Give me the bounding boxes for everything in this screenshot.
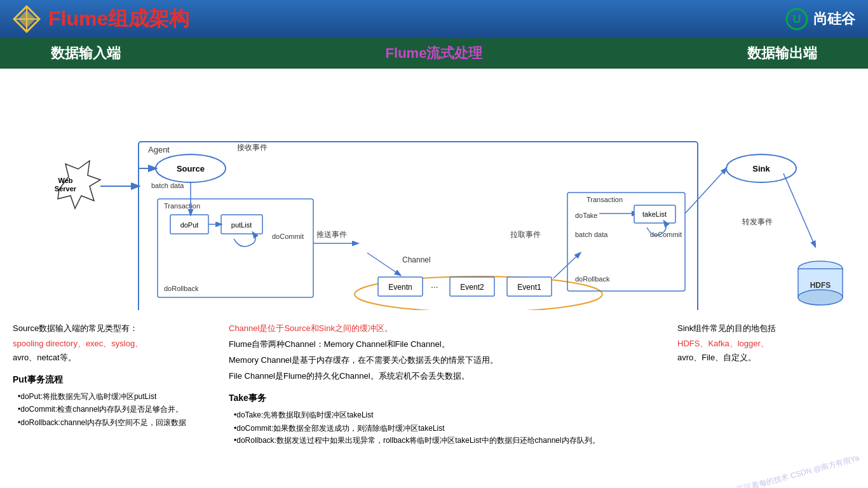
svg-text:batch data: batch data xyxy=(575,231,608,238)
brand-icon: U xyxy=(785,8,808,30)
put-line3: •doRollback:channel内存队列空间不足，回滚数据 xyxy=(18,416,216,429)
svg-text:putList: putList xyxy=(231,221,252,229)
header-left: Flume组成架构 xyxy=(13,5,189,33)
svg-text:batch data: batch data xyxy=(151,182,184,189)
put-line1: •doPut:将批数据先写入临时缓冲区putList xyxy=(18,390,216,403)
middle-line4: File Channel是Flume的持久化Channel。系统宕机不会丢失数据… xyxy=(229,369,665,383)
put-title: Put事务流程 xyxy=(13,372,216,388)
svg-text:Channel: Channel xyxy=(402,255,431,264)
left-red: spooling directory、exec、syslog、 xyxy=(13,337,216,351)
take-title: Take事务 xyxy=(229,391,665,406)
page-title: Flume组成架构 xyxy=(48,5,189,33)
svg-text:takeList: takeList xyxy=(642,210,667,218)
svg-text:U: U xyxy=(793,13,801,25)
svg-text:Sink: Sink xyxy=(752,164,770,173)
svg-line-52 xyxy=(685,168,726,214)
take-line3: •doRollback:数据发送过程中如果出现异常，rollback将临时缓冲区… xyxy=(234,435,665,446)
svg-text:Transaction: Transaction xyxy=(164,202,200,210)
svg-text:Source: Source xyxy=(177,164,205,173)
svg-text:接收事件: 接收事件 xyxy=(237,143,268,152)
svg-text:doCommit: doCommit xyxy=(272,233,304,240)
svg-text:拉取事件: 拉取事件 xyxy=(510,230,541,239)
svg-text:Web: Web xyxy=(58,177,72,184)
left-black: avro、netcat等。 xyxy=(13,351,216,365)
svg-text:Event1: Event1 xyxy=(517,283,541,292)
subheader: 数据输入端 Flume流式处理 数据输出端 xyxy=(0,38,868,69)
svg-text:Event2: Event2 xyxy=(460,283,484,292)
svg-text:HDFS: HDFS xyxy=(810,281,831,290)
web-server-group: Web Server xyxy=(55,161,100,208)
svg-text:···: ··· xyxy=(431,281,438,292)
svg-rect-17 xyxy=(158,199,313,297)
svg-text:Server: Server xyxy=(55,185,77,193)
subheader-center: Flume流式处理 xyxy=(386,44,483,63)
middle-line3: Memory Channel是基于内存缓存，在不需要关心数据丢失的情景下适用。 xyxy=(229,353,665,367)
subheader-left: 数据输入端 xyxy=(51,44,121,63)
right-title: Sink组件常见的目的地包括 xyxy=(677,322,855,336)
svg-line-54 xyxy=(783,173,815,247)
diagram-area: Web Server Agent Source 接收事件 batch data … xyxy=(0,69,868,316)
architecture-diagram: Web Server Agent Source 接收事件 batch data … xyxy=(13,75,855,310)
left-column: Source数据输入端的常见类型有： spooling directory、ex… xyxy=(13,322,216,487)
left-title: Source数据输入端的常见类型有： xyxy=(13,322,216,336)
svg-text:Transaction: Transaction xyxy=(587,196,623,203)
svg-text:Eventn: Eventn xyxy=(388,283,412,292)
header-right: U 尚硅谷 xyxy=(785,8,855,30)
svg-line-38 xyxy=(367,253,400,275)
svg-text:doCommit: doCommit xyxy=(650,231,682,238)
take-line1: •doTake:先将数据取到临时缓冲区takeList xyxy=(234,409,665,421)
content-area: Source数据输入端的常见类型有： spooling directory、ex… xyxy=(0,316,868,487)
logo-icon xyxy=(13,5,41,33)
subheader-right: 数据输出端 xyxy=(747,44,817,63)
svg-text:Agent: Agent xyxy=(148,145,170,154)
brand-name: 尚硅谷 xyxy=(813,10,855,29)
right-red: HDFS、Kafka、logger、 xyxy=(677,337,855,351)
svg-point-57 xyxy=(798,290,843,305)
svg-line-40 xyxy=(553,253,580,278)
put-line2: •doCommit:检查channel内存队列是否足够合并。 xyxy=(18,403,216,416)
middle-column: Channel是位于Source和Sink之间的缓冲区。 Flume自带两种Ch… xyxy=(229,322,665,487)
svg-text:doRollback: doRollback xyxy=(575,275,610,283)
svg-text:推送事件: 推送事件 xyxy=(316,230,347,239)
take-line2: •doCommit:如果数据全部发送成功，则清除临时缓冲区takeList xyxy=(234,422,665,435)
svg-text:doRollback: doRollback xyxy=(164,285,199,292)
svg-text:doTake: doTake xyxy=(575,212,597,219)
right-black: avro、File、自定义。 xyxy=(677,351,855,365)
middle-line1: Channel是位于Source和Sink之间的缓冲区。 xyxy=(229,322,665,336)
svg-text:转发事件: 转发事件 xyxy=(742,217,773,226)
header: Flume组成架构 U 尚硅谷 xyxy=(0,0,868,38)
middle-line2: Flume自带两种Channel：Memory Channel和File Cha… xyxy=(229,337,665,351)
svg-text:doPut: doPut xyxy=(180,221,199,229)
